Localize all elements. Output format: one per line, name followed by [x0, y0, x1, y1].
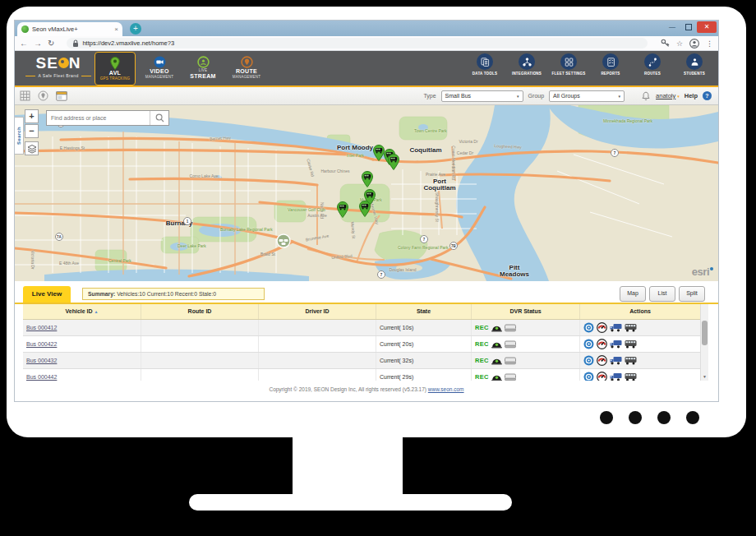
truck-icon[interactable] — [610, 340, 622, 349]
map-city-label: Port Moody — [337, 145, 373, 151]
truck-icon[interactable] — [610, 372, 622, 381]
seon-logo: SEN A Safe Fleet Brand — [23, 54, 94, 78]
route-path-icon — [644, 53, 661, 70]
group-select[interactable]: All Groups▾ — [549, 90, 625, 102]
nav-item-avl[interactable]: AVL GPS TRACKING — [94, 52, 136, 85]
tool-integrations[interactable]: INTEGRATIONS — [509, 53, 544, 76]
video-playback-icon[interactable] — [583, 339, 594, 349]
table-scrollbar[interactable]: ▼ — [700, 304, 708, 381]
cell-dvr-status: REC — [472, 336, 580, 352]
panel-layout-icon[interactable] — [56, 91, 67, 101]
browser-menu-icon[interactable]: ⋮ — [706, 39, 713, 48]
url-text: https://dev2.vmaxlive.net/home?3 — [82, 39, 174, 47]
nav-item-live-stream[interactable]: LIVE STREAM — [183, 52, 223, 84]
nav-item-route-management[interactable]: ROUTE MANAGEMENT — [227, 52, 266, 84]
back-icon[interactable]: ← — [20, 37, 28, 50]
bus-icon[interactable] — [625, 340, 637, 349]
map-view-button[interactable]: Map — [620, 286, 646, 302]
type-select[interactable]: Small Bus▾ — [441, 90, 523, 102]
zoom-out-button[interactable]: − — [25, 124, 39, 138]
map-search-input[interactable] — [47, 115, 150, 121]
split-view-button[interactable]: Split — [679, 286, 705, 302]
nav-item-video[interactable]: VIDEO MANAGEMENT — [140, 52, 179, 84]
seon-website-link[interactable]: www.seon.com — [428, 386, 464, 392]
video-playback-icon[interactable] — [583, 322, 594, 333]
tab-close-icon[interactable]: × — [114, 25, 118, 33]
scrollbar-thumb[interactable] — [702, 321, 708, 345]
table-row[interactable]: Bus 000432Current( 32s)REC — [23, 353, 700, 369]
search-icon[interactable] — [150, 111, 168, 125]
table-row[interactable]: Bus 000442Current( 29s)REC — [23, 369, 700, 381]
url-bar[interactable]: https://dev2.vmaxlive.net/home?3 — [67, 38, 648, 49]
forward-icon[interactable]: → — [34, 37, 42, 50]
bus-map-pin-icon[interactable] — [359, 201, 371, 217]
bus-icon[interactable] — [625, 323, 637, 332]
vehicle-id-link[interactable]: Bus 000412 — [26, 325, 57, 330]
locate-pin-icon[interactable] — [38, 90, 48, 101]
tool-fleet-settings[interactable]: FLEET SETTINGS — [551, 53, 586, 76]
bus-icon[interactable] — [625, 356, 637, 365]
key-icon[interactable] — [661, 39, 670, 48]
col-state[interactable]: State — [376, 304, 472, 319]
chevron-down-icon: ▾ — [614, 94, 621, 99]
help-label[interactable]: Help — [685, 92, 698, 99]
cell-actions — [580, 336, 700, 352]
tab-live-view[interactable]: Live View — [23, 286, 71, 303]
gauge-icon[interactable] — [597, 355, 607, 366]
network-icon — [519, 53, 535, 70]
refresh-icon[interactable]: ↻ — [48, 37, 54, 50]
cell-driver-id — [259, 369, 376, 381]
zoom-in-button[interactable]: + — [25, 109, 39, 123]
window-minimize-button[interactable]: — — [664, 21, 680, 33]
col-driver-id[interactable]: Driver ID — [259, 304, 376, 319]
cell-actions — [580, 320, 700, 335]
truck-icon[interactable] — [610, 323, 622, 332]
view-toggle-buttons: Map List Split — [620, 286, 705, 302]
col-dvr-status[interactable]: DVR Status — [472, 304, 580, 319]
col-route-id[interactable]: Route ID — [141, 304, 259, 319]
bus-map-pin-icon[interactable] — [373, 145, 385, 161]
gauge-icon[interactable] — [597, 322, 607, 333]
scroll-down-icon[interactable]: ▼ — [701, 373, 708, 381]
bus-map-pin-icon[interactable] — [362, 171, 373, 187]
col-vehicle-id[interactable]: Vehicle ID ▲ — [23, 304, 141, 319]
basemap-layers-button[interactable] — [25, 141, 39, 155]
bus-map-pin-icon[interactable] — [337, 201, 348, 218]
new-tab-button[interactable]: + — [130, 23, 141, 35]
tool-students[interactable]: STUDENTS — [677, 53, 712, 76]
video-playback-icon[interactable] — [583, 372, 594, 381]
list-view-button[interactable]: List — [649, 286, 675, 302]
vehicle-id-link[interactable]: Bus 000422 — [26, 341, 57, 347]
truck-icon[interactable] — [610, 356, 622, 365]
help-icon[interactable]: ? — [703, 91, 712, 100]
profile-avatar-icon[interactable] — [689, 39, 699, 49]
table-row[interactable]: Bus 000412Current( 10s)REC — [23, 320, 700, 336]
dvr-camera-icon — [491, 357, 502, 365]
search-panel-tab[interactable]: Search — [15, 117, 24, 155]
map-park-label: Vancouver Golf Club — [288, 207, 325, 212]
tool-data-tools[interactable]: DATA TOOLS — [468, 53, 502, 76]
vehicle-id-link[interactable]: Bus 000432 — [26, 358, 57, 363]
window-maximize-button[interactable] — [680, 21, 697, 33]
video-playback-icon[interactable] — [583, 355, 594, 366]
bus-icon[interactable] — [625, 372, 637, 381]
table-row[interactable]: Bus 000422Current( 20s)REC — [23, 336, 700, 353]
gauge-icon[interactable] — [597, 339, 607, 349]
vehicle-cluster-marker[interactable] — [276, 233, 291, 248]
user-menu[interactable]: anatoly — [656, 92, 675, 99]
bus-map-pin-icon[interactable] — [388, 154, 399, 170]
browser-tab[interactable]: Seon vMaxLive+ × — [17, 22, 122, 36]
col-actions[interactable]: Actions — [580, 304, 700, 319]
alerts-bell-icon[interactable] — [641, 91, 651, 101]
map-canvas[interactable]: Port MoodyCoquitlamPort CoquitlamBurnaby… — [15, 105, 718, 281]
gauge-icon[interactable] — [597, 372, 607, 381]
bookmark-star-icon[interactable]: ☆ — [676, 39, 683, 48]
map-street-label: Harbour Chines — [320, 169, 349, 173]
window-close-button[interactable]: ✕ — [697, 21, 717, 33]
tool-reports[interactable]: REPORTS — [593, 53, 628, 76]
grid-view-icon[interactable] — [20, 90, 30, 101]
cell-actions — [580, 353, 700, 368]
vehicle-id-link[interactable]: Bus 000442 — [26, 374, 57, 380]
type-label: Type — [423, 93, 436, 99]
tool-routes[interactable]: ROUTES — [635, 53, 670, 76]
